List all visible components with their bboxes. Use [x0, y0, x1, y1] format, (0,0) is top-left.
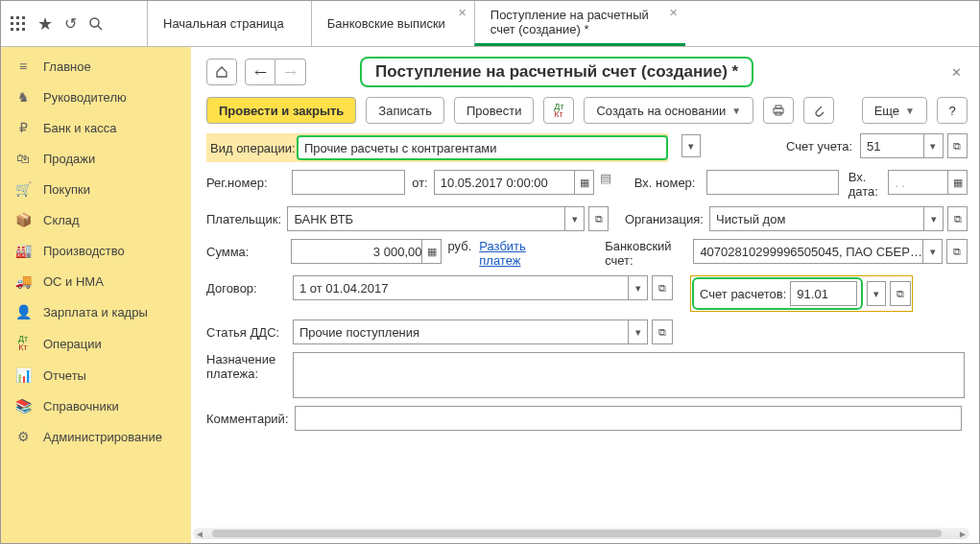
regno-label: Рег.номер: — [206, 170, 292, 195]
nav-catalogs[interactable]: 📚Справочники — [1, 390, 191, 421]
menu-icon: ≡ — [14, 59, 32, 74]
nav-manager[interactable]: ♞Руководителю — [1, 82, 191, 112]
calc-icon[interactable]: ▦ — [421, 240, 441, 263]
back-button[interactable]: 🡐 — [245, 59, 275, 85]
post-button[interactable]: Провести — [454, 97, 535, 124]
payer-combo[interactable]: БАНК ВТБ▾ — [287, 206, 585, 231]
calendar-icon[interactable]: ▦ — [947, 171, 967, 194]
chart-icon: 📊 — [14, 367, 32, 383]
post-and-close-button[interactable]: Провести и закрыть — [206, 97, 356, 124]
svg-rect-8 — [22, 28, 25, 31]
svg-rect-1 — [16, 16, 19, 19]
org-open-button[interactable]: ⧉ — [947, 206, 968, 231]
content-area: 🡐 🡒 Поступление на расчетный счет (созда… — [191, 47, 979, 543]
bank-acct-open-button[interactable]: ⧉ — [946, 239, 968, 264]
nav-hr[interactable]: 👤Зарплата и кадры — [1, 296, 191, 327]
create-based-button[interactable]: Создать на основании▼ — [584, 97, 753, 124]
title-row: 🡐 🡒 Поступление на расчетный счет (созда… — [206, 57, 968, 87]
purpose-input[interactable] — [293, 352, 965, 398]
purpose-label: Назначение платежа: — [206, 352, 293, 381]
dds-label: Статья ДДС: — [206, 319, 293, 344]
dtct-button[interactable]: ДтКт — [543, 97, 574, 124]
gear-icon: ⚙ — [14, 429, 32, 444]
home-button[interactable] — [206, 59, 237, 85]
svg-rect-0 — [11, 16, 13, 19]
op-type-combo[interactable]: Прочие расчеты с контрагентами — [297, 135, 668, 160]
page-title: Поступление на расчетный счет (создание)… — [360, 57, 753, 87]
close-icon[interactable]: ✕ — [669, 7, 678, 19]
search-icon[interactable] — [88, 16, 104, 32]
close-icon[interactable]: ✕ — [458, 7, 466, 19]
box-icon: 📦 — [14, 212, 32, 227]
tab-home[interactable]: Начальная страница — [147, 1, 311, 46]
settle-acct-open-button[interactable]: ⧉ — [890, 281, 911, 306]
account-open-button[interactable]: ⧉ — [947, 133, 968, 158]
tab-bar: Начальная страница Банковские выписки✕ П… — [147, 1, 979, 46]
op-type-label: Вид операции: — [210, 135, 297, 160]
comment-input[interactable] — [295, 406, 962, 431]
nav-operations[interactable]: ДтКтОперации — [1, 327, 191, 360]
tab-receipt-create[interactable]: Поступление на расчетный счет (создание)… — [474, 1, 685, 46]
svg-rect-7 — [16, 28, 19, 31]
currency-label: руб. — [447, 239, 471, 253]
svg-point-9 — [90, 18, 99, 27]
calendar-icon[interactable]: ▦ — [574, 171, 593, 194]
split-payment-link[interactable]: Разбить платеж — [479, 239, 569, 268]
svg-rect-2 — [22, 16, 25, 19]
manager-icon: ♞ — [14, 89, 32, 105]
close-form-button[interactable]: ✕ — [945, 61, 968, 83]
nav-sidebar: ≡Главное ♞Руководителю ₽Банк и касса 🛍Пр… — [1, 47, 191, 543]
contract-label: Договор: — [206, 275, 293, 300]
regno-input[interactable] — [292, 170, 405, 195]
account-label: Счет учета: — [786, 133, 860, 158]
payer-label: Плательщик: — [206, 206, 287, 231]
settle-acct-input[interactable]: 91.01 — [790, 281, 857, 306]
help-button[interactable]: ? — [937, 97, 968, 124]
nav-admin[interactable]: ⚙Администрирование — [1, 421, 191, 452]
history-icon[interactable]: ↺ — [64, 14, 77, 33]
more-button[interactable]: Еще▼ — [862, 97, 927, 124]
nav-reports[interactable]: 📊Отчеты — [1, 360, 191, 390]
svg-rect-6 — [11, 28, 13, 31]
cart-icon: 🛒 — [14, 181, 32, 197]
nav-production[interactable]: 🏭Производство — [1, 235, 191, 266]
contract-open-button[interactable]: ⧉ — [652, 275, 673, 300]
in-date-input[interactable]: . .▦ — [888, 170, 968, 195]
date-input[interactable]: 10.05.2017 0:00:00▦ — [434, 170, 595, 195]
attach-button[interactable] — [803, 97, 834, 124]
nav-purchases[interactable]: 🛒Покупки — [1, 174, 191, 204]
settle-acct-dropdown[interactable]: ▾ — [867, 281, 886, 306]
print-button[interactable] — [763, 97, 794, 124]
org-combo[interactable]: Чистый дом▾ — [709, 206, 944, 231]
payer-open-button[interactable]: ⧉ — [588, 206, 609, 231]
command-bar: Провести и закрыть Записать Провести ДтК… — [206, 97, 968, 124]
nav-main[interactable]: ≡Главное — [1, 51, 191, 82]
save-button[interactable]: Записать — [366, 97, 444, 124]
sum-input[interactable]: 3 000,00▦ — [291, 239, 442, 264]
op-type-extra[interactable]: ▾ — [676, 133, 786, 158]
org-label: Организация: — [625, 206, 709, 231]
svg-rect-12 — [776, 106, 781, 108]
contract-combo[interactable]: 1 от 01.04.2017▾ — [293, 275, 648, 300]
nav-assets[interactable]: 🚚ОС и НМА — [1, 266, 191, 296]
bag-icon: 🛍 — [14, 151, 32, 166]
forward-button[interactable]: 🡒 — [275, 59, 306, 85]
dds-open-button[interactable]: ⧉ — [652, 319, 673, 344]
star-icon[interactable]: ★ — [37, 13, 53, 35]
svg-rect-4 — [16, 22, 19, 25]
from-label: от: — [405, 170, 434, 195]
dds-combo[interactable]: Прочие поступления▾ — [293, 319, 648, 344]
apps-icon[interactable] — [11, 16, 26, 32]
bank-acct-combo[interactable]: 40702810299996505045, ПАО СБЕРБАНК▾ — [693, 239, 943, 264]
comment-label: Комментарий: — [206, 406, 295, 431]
nav-bank[interactable]: ₽Банк и касса — [1, 112, 191, 143]
account-combo[interactable]: 51▾ — [860, 133, 944, 158]
nav-sales[interactable]: 🛍Продажи — [1, 143, 191, 174]
tab-bank-statements[interactable]: Банковские выписки✕ — [311, 1, 474, 46]
svg-rect-5 — [22, 22, 25, 25]
in-no-input[interactable] — [706, 170, 839, 195]
factory-icon: 🏭 — [14, 243, 32, 258]
horizontal-scrollbar[interactable]: ◄ ► — [193, 528, 969, 539]
nav-warehouse[interactable]: 📦Склад — [1, 204, 191, 235]
linked-icon: ▤ — [598, 170, 613, 185]
